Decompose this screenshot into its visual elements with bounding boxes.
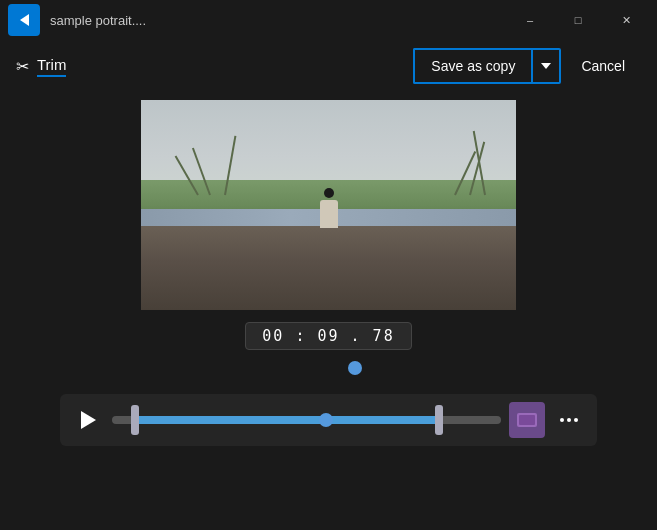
back-arrow-icon [20,14,29,26]
play-button[interactable] [72,404,104,436]
trim-icon: ✂ [16,57,29,76]
scrubber-thumb[interactable] [348,361,362,375]
timeline-fill [131,416,442,424]
dot-2 [567,418,571,422]
save-copy-dropdown-button[interactable] [531,48,561,84]
more-options-button[interactable] [553,404,585,436]
time-badge: 00 : 09 . 78 [245,322,411,350]
scrubber-thumb-container [60,358,597,378]
dot-3 [574,418,578,422]
timeline-track [112,416,501,424]
video-container [0,92,657,310]
timeline-handle-left[interactable] [131,405,139,435]
window-controls: – □ ✕ [507,5,649,35]
maximize-button[interactable]: □ [555,5,601,35]
chevron-down-icon [541,63,551,69]
clip-thumbnail [509,402,545,438]
person-body [320,200,338,228]
title-bar: sample potrait.... – □ ✕ [0,0,657,40]
controls-row [60,394,597,446]
clip-thumbnail-icon [517,413,537,427]
back-button[interactable] [8,4,40,36]
window-title: sample potrait.... [50,13,507,28]
time-display: 00 : 09 . 78 [0,322,657,350]
trim-section: ✂ Trim [16,56,413,77]
play-icon [81,411,96,429]
trim-label: Trim [37,56,66,77]
person-head [324,188,334,198]
person-silhouette [318,188,340,228]
action-buttons: Save as copy Cancel [413,48,641,84]
save-copy-button[interactable]: Save as copy [413,48,531,84]
video-frame [141,100,516,310]
playback-area [0,358,657,446]
timeline-wrapper[interactable] [112,402,501,438]
toolbar: ✂ Trim Save as copy Cancel [0,40,657,92]
dot-1 [560,418,564,422]
rocks-layer [141,226,516,310]
cancel-button[interactable]: Cancel [565,48,641,84]
timeline-handle-right[interactable] [435,405,443,435]
close-button[interactable]: ✕ [603,5,649,35]
timeline-playhead[interactable] [319,413,333,427]
minimize-button[interactable]: – [507,5,553,35]
